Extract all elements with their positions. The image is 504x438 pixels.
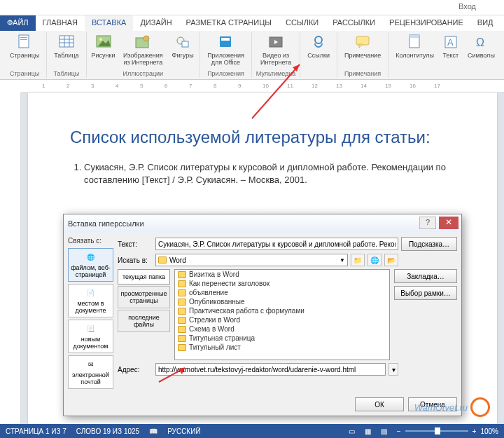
dialog-titlebar[interactable]: Вставка гиперссылки ? ✕ [64, 214, 461, 233]
bookmark-button[interactable]: Закладка… [394, 269, 457, 283]
zoom-value[interactable]: 100% [480, 427, 498, 435]
ok-button[interactable]: ОК [355, 397, 404, 411]
statusbar: СТРАНИЦА 1 ИЗ 7 СЛОВО 19 ИЗ 1025 📖 РУССК… [0, 424, 504, 438]
link-icon [310, 34, 327, 50]
group-pages: Страницы Страницы [3, 32, 47, 78]
status-proofing-icon[interactable]: 📖 [149, 427, 158, 435]
watermark: WamOtvet.ru [414, 397, 490, 417]
logo-orb-icon [470, 397, 490, 417]
close-button[interactable]: ✕ [439, 217, 458, 229]
browse-tab-recent[interactable]: последние файлы [118, 310, 170, 332]
list-item[interactable]: Титульный лист [175, 343, 389, 352]
view-web-icon[interactable]: ▤ [381, 427, 387, 435]
status-page[interactable]: СТРАНИЦА 1 ИЗ 7 [6, 427, 66, 435]
zoom-slider-thumb[interactable] [435, 427, 440, 434]
view-read-icon[interactable]: ▭ [349, 427, 355, 435]
comment-icon [354, 34, 371, 50]
header-icon [407, 34, 424, 50]
text-input[interactable] [155, 238, 398, 250]
picture-icon [95, 34, 112, 50]
vertical-ruler[interactable] [0, 93, 21, 424]
zoom-out-icon[interactable]: − [397, 427, 401, 435]
tab-references[interactable]: ССЫЛКИ [279, 15, 326, 31]
folder-icon [178, 317, 186, 324]
search-value[interactable]: Word [169, 256, 337, 264]
list-item[interactable]: Визитка в Word [175, 270, 389, 279]
view-print-icon[interactable]: ▦ [365, 427, 371, 435]
tab-insert[interactable]: ВСТАВКА [85, 15, 133, 31]
tab-layout[interactable]: РАЗМЕТКА СТРАНИЦЫ [179, 15, 279, 31]
browse-tab-browsed[interactable]: просмотренные страницы [118, 286, 170, 308]
folder-icon [178, 335, 186, 342]
status-words[interactable]: СЛОВО 19 ИЗ 1025 [76, 427, 139, 435]
comment-button[interactable]: Примечание [342, 32, 384, 60]
list-item[interactable]: Практическая работа с формулами [175, 306, 389, 315]
folder-icon [158, 256, 167, 264]
table-button[interactable]: Таблица [51, 32, 81, 60]
text-label: Текст: [118, 240, 153, 248]
text-button[interactable]: AТекст [438, 32, 463, 60]
svg-rect-2 [20, 39, 27, 40]
list-item[interactable]: Стрелки в Word [175, 315, 389, 324]
pictures-button[interactable]: Рисунки [91, 32, 116, 60]
status-lang[interactable]: РУССКИЙ [167, 427, 200, 435]
list-item[interactable]: Схема в Word [175, 324, 389, 334]
list-item[interactable]: Как перенести заголовок [175, 279, 389, 288]
table-icon [58, 34, 75, 50]
svg-text:A: A [447, 37, 454, 48]
file-list[interactable]: Визитка в Word Как перенести заголовок о… [174, 269, 390, 360]
help-button[interactable]: ? [419, 217, 436, 229]
link-to-label: Связать с: [68, 237, 113, 245]
search-label: Искать в: [118, 256, 153, 264]
headers-button[interactable]: Колонтитулы [393, 32, 437, 60]
browse-web-button[interactable]: 🌐 [368, 254, 382, 266]
folder-icon [178, 299, 186, 306]
link-to-web[interactable]: 🌐файлом, веб-страницей [68, 248, 113, 282]
shapes-button[interactable]: Фигуры [170, 32, 195, 60]
group-tables: Таблица Таблицы [47, 32, 86, 78]
apps-button[interactable]: Приложения для Office [204, 32, 247, 67]
link-to-email[interactable]: ✉электронной почтой [68, 355, 113, 389]
tab-file[interactable]: ФАЙЛ [0, 15, 36, 31]
link-to-place[interactable]: 📄местом в документе [68, 284, 113, 317]
login-link[interactable]: Вход [458, 2, 476, 11]
horizontal-ruler[interactable]: 1 2 3 4 5 6 7 8 9 10 11 12 13 14 15 16 1… [21, 80, 504, 93]
online-pictures-button[interactable]: Изображения из Интернета [118, 32, 169, 67]
folder-icon [178, 289, 186, 296]
video-icon [267, 34, 284, 50]
svg-rect-23 [410, 35, 419, 38]
link-to-new[interactable]: 📃новым документом [68, 320, 113, 353]
list-item[interactable]: Титульная страница [175, 334, 389, 343]
dialog-title: Вставка гиперссылки [68, 219, 144, 228]
tab-review[interactable]: РЕЦЕНЗИРОВАНИЕ [382, 15, 470, 31]
tab-design[interactable]: ДИЗАЙН [133, 15, 178, 31]
frame-select-button[interactable]: Выбор рамки… [394, 286, 457, 300]
shapes-icon [174, 34, 191, 50]
browse-tab-current[interactable]: текущая папка [118, 269, 170, 285]
group-links: Ссылки [300, 32, 337, 78]
list-item[interactable]: Опубликованные [175, 297, 389, 306]
group-header-text-symbols: Колонтитулы AТекст ΩСимволы [388, 32, 502, 78]
new-doc-icon: 📃 [85, 323, 97, 334]
symbols-button[interactable]: ΩСимволы [465, 32, 498, 60]
browse-tabs: текущая папка просмотренные страницы пос… [118, 269, 170, 360]
address-dropdown[interactable]: ▾ [388, 363, 398, 376]
zoom-in-icon[interactable]: + [472, 427, 477, 435]
svg-text:Ω: Ω [476, 36, 484, 48]
ribbon: Страницы Страницы Таблица Таблицы Рисунк… [0, 31, 504, 80]
cloud-picture-icon [134, 34, 151, 50]
up-folder-button[interactable]: 📁 [351, 254, 365, 266]
browse-file-button[interactable]: 📂 [384, 254, 398, 266]
links-button[interactable]: Ссылки [304, 32, 332, 60]
online-video-button[interactable]: Видео из Интернета [256, 32, 296, 67]
tab-home[interactable]: ГЛАВНАЯ [36, 15, 85, 31]
svg-rect-16 [221, 38, 230, 41]
svg-rect-0 [19, 35, 29, 48]
hint-button[interactable]: Подсказка… [401, 237, 457, 251]
list-item[interactable]: объявление [175, 288, 389, 297]
zoom-control[interactable]: − + 100% [397, 427, 498, 435]
pages-button[interactable]: Страницы [7, 32, 42, 60]
address-input[interactable] [155, 363, 386, 376]
tab-mailings[interactable]: РАССЫЛКИ [326, 15, 382, 31]
tab-view[interactable]: ВИД [470, 15, 500, 31]
